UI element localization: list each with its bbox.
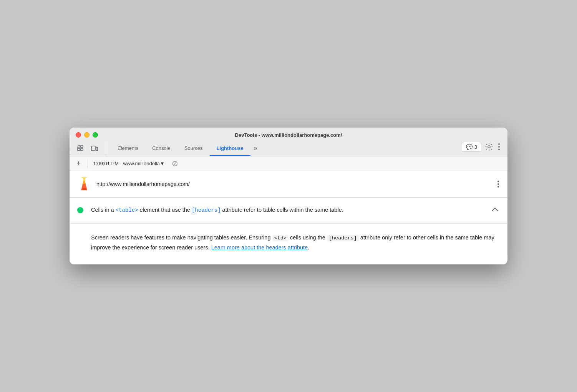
- svg-point-9: [498, 149, 500, 150]
- maximize-button[interactable]: [93, 132, 98, 138]
- audit-more-button[interactable]: [497, 179, 500, 189]
- tab-console[interactable]: Console: [145, 141, 177, 156]
- svg-point-8: [498, 146, 500, 148]
- inline-code-headers: [headers]: [327, 235, 359, 241]
- title-bar: DevTools - www.milliondollarhomepage.com…: [70, 128, 507, 156]
- tab-sources[interactable]: Sources: [177, 141, 210, 156]
- more-tabs-button[interactable]: »: [250, 141, 260, 156]
- add-button[interactable]: +: [75, 159, 82, 168]
- window-title: DevTools - www.milliondollarhomepage.com…: [235, 132, 342, 138]
- svg-rect-14: [83, 179, 85, 181]
- inline-code-td: <td>: [272, 235, 288, 241]
- pass-indicator: [77, 207, 83, 213]
- svg-rect-13: [82, 188, 86, 190]
- chat-icon: 💬: [466, 144, 473, 150]
- window-controls: [76, 132, 98, 138]
- tabs-container: Elements Console Sources Lighthouse »: [111, 141, 462, 156]
- svg-rect-2: [78, 148, 80, 151]
- svg-rect-1: [81, 145, 83, 148]
- lighthouse-logo-icon: [77, 177, 91, 191]
- tab-elements[interactable]: Elements: [111, 141, 145, 156]
- chevron-up-icon: [492, 208, 498, 214]
- cancel-icon[interactable]: ⊘: [172, 159, 178, 168]
- collapse-button[interactable]: [489, 206, 500, 216]
- device-toolbar-icon[interactable]: [90, 143, 99, 153]
- svg-rect-5: [96, 147, 98, 151]
- svg-point-7: [498, 143, 500, 145]
- finding-row: Cells in a <table> element that use the …: [70, 198, 507, 224]
- tab-lighthouse[interactable]: Lighthouse: [210, 141, 250, 156]
- learn-more-link[interactable]: Learn more about the headers attribute: [211, 244, 308, 251]
- toolbar-icons: [76, 141, 105, 156]
- element-selector-icon[interactable]: [76, 143, 86, 153]
- svg-marker-15: [81, 177, 87, 179]
- toolbar-right: 💬 3: [462, 141, 501, 156]
- audit-header: http://www.milliondollarhomepage.com/: [70, 171, 507, 198]
- console-badge-button[interactable]: 💬 3: [462, 142, 481, 152]
- sub-toolbar: + 1:09:01 PM - www.milliondolla▼ ⊘: [70, 156, 507, 171]
- svg-point-6: [488, 146, 490, 148]
- minimize-button[interactable]: [84, 132, 90, 138]
- svg-rect-0: [78, 145, 80, 148]
- svg-rect-3: [81, 148, 83, 151]
- more-options-icon[interactable]: [497, 142, 501, 152]
- close-button[interactable]: [76, 132, 81, 138]
- tab-toolbar: Elements Console Sources Lighthouse » 💬: [76, 141, 501, 156]
- devtools-window: DevTools - www.milliondollarhomepage.com…: [70, 128, 507, 265]
- toolbar-separator: [88, 159, 88, 167]
- audit-url-text: http://www.milliondollarhomepage.com/: [96, 181, 491, 187]
- description-area: Screen readers have features to make nav…: [70, 224, 507, 265]
- svg-rect-4: [91, 146, 95, 151]
- timestamp-url-display: 1:09:01 PM - www.milliondolla▼: [93, 161, 165, 166]
- content-area: http://www.milliondollarhomepage.com/ Ce…: [70, 171, 507, 265]
- finding-text: Cells in a <table> element that use the …: [91, 206, 485, 214]
- settings-icon[interactable]: [484, 141, 494, 152]
